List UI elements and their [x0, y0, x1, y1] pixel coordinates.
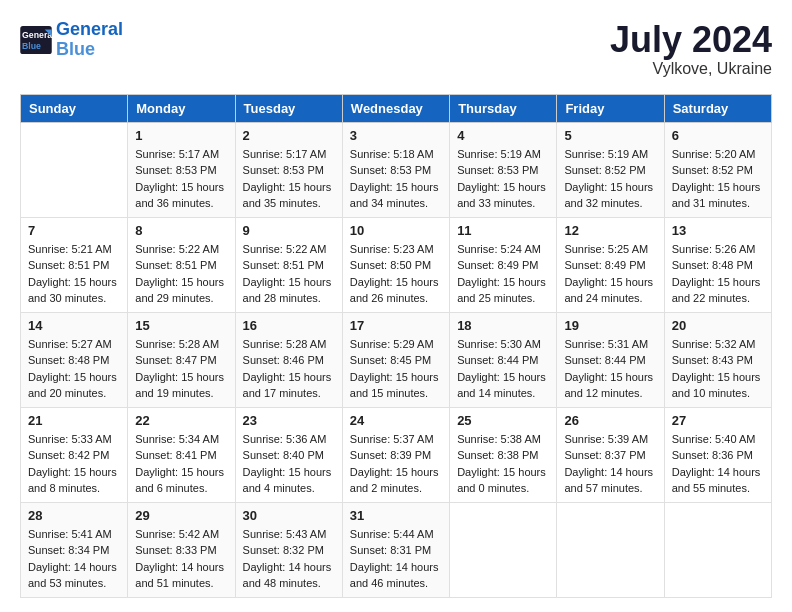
calendar-cell: 16Sunrise: 5:28 AMSunset: 8:46 PMDayligh… [235, 312, 342, 407]
day-info: Sunrise: 5:17 AMSunset: 8:53 PMDaylight:… [243, 146, 335, 212]
page-header: General Blue GeneralBlue July 2024 Vylko… [20, 20, 772, 78]
day-info: Sunrise: 5:23 AMSunset: 8:50 PMDaylight:… [350, 241, 442, 307]
day-number: 7 [28, 223, 120, 238]
day-number: 12 [564, 223, 656, 238]
calendar-cell: 14Sunrise: 5:27 AMSunset: 8:48 PMDayligh… [21, 312, 128, 407]
day-info: Sunrise: 5:36 AMSunset: 8:40 PMDaylight:… [243, 431, 335, 497]
calendar-cell: 18Sunrise: 5:30 AMSunset: 8:44 PMDayligh… [450, 312, 557, 407]
header-row: SundayMondayTuesdayWednesdayThursdayFrid… [21, 94, 772, 122]
day-number: 18 [457, 318, 549, 333]
day-number: 17 [350, 318, 442, 333]
calendar-cell: 12Sunrise: 5:25 AMSunset: 8:49 PMDayligh… [557, 217, 664, 312]
day-info: Sunrise: 5:22 AMSunset: 8:51 PMDaylight:… [243, 241, 335, 307]
day-number: 20 [672, 318, 764, 333]
day-number: 25 [457, 413, 549, 428]
day-info: Sunrise: 5:34 AMSunset: 8:41 PMDaylight:… [135, 431, 227, 497]
day-info: Sunrise: 5:40 AMSunset: 8:36 PMDaylight:… [672, 431, 764, 497]
day-number: 24 [350, 413, 442, 428]
calendar-cell: 28Sunrise: 5:41 AMSunset: 8:34 PMDayligh… [21, 502, 128, 597]
logo-icon: General Blue [20, 26, 52, 54]
day-number: 6 [672, 128, 764, 143]
day-number: 13 [672, 223, 764, 238]
day-info: Sunrise: 5:29 AMSunset: 8:45 PMDaylight:… [350, 336, 442, 402]
day-info: Sunrise: 5:20 AMSunset: 8:52 PMDaylight:… [672, 146, 764, 212]
calendar-cell: 8Sunrise: 5:22 AMSunset: 8:51 PMDaylight… [128, 217, 235, 312]
calendar-cell: 3Sunrise: 5:18 AMSunset: 8:53 PMDaylight… [342, 122, 449, 217]
calendar-cell: 15Sunrise: 5:28 AMSunset: 8:47 PMDayligh… [128, 312, 235, 407]
calendar-week-row: 14Sunrise: 5:27 AMSunset: 8:48 PMDayligh… [21, 312, 772, 407]
day-info: Sunrise: 5:18 AMSunset: 8:53 PMDaylight:… [350, 146, 442, 212]
day-number: 1 [135, 128, 227, 143]
calendar-cell: 27Sunrise: 5:40 AMSunset: 8:36 PMDayligh… [664, 407, 771, 502]
weekday-header: Friday [557, 94, 664, 122]
day-info: Sunrise: 5:39 AMSunset: 8:37 PMDaylight:… [564, 431, 656, 497]
calendar-cell: 24Sunrise: 5:37 AMSunset: 8:39 PMDayligh… [342, 407, 449, 502]
weekday-header: Wednesday [342, 94, 449, 122]
day-number: 8 [135, 223, 227, 238]
day-info: Sunrise: 5:44 AMSunset: 8:31 PMDaylight:… [350, 526, 442, 592]
calendar-cell: 20Sunrise: 5:32 AMSunset: 8:43 PMDayligh… [664, 312, 771, 407]
calendar-cell [557, 502, 664, 597]
day-info: Sunrise: 5:41 AMSunset: 8:34 PMDaylight:… [28, 526, 120, 592]
calendar-cell: 19Sunrise: 5:31 AMSunset: 8:44 PMDayligh… [557, 312, 664, 407]
calendar-cell: 30Sunrise: 5:43 AMSunset: 8:32 PMDayligh… [235, 502, 342, 597]
day-number: 5 [564, 128, 656, 143]
calendar-cell: 4Sunrise: 5:19 AMSunset: 8:53 PMDaylight… [450, 122, 557, 217]
calendar-cell: 29Sunrise: 5:42 AMSunset: 8:33 PMDayligh… [128, 502, 235, 597]
calendar-cell: 26Sunrise: 5:39 AMSunset: 8:37 PMDayligh… [557, 407, 664, 502]
calendar-week-row: 7Sunrise: 5:21 AMSunset: 8:51 PMDaylight… [21, 217, 772, 312]
title-block: July 2024 Vylkove, Ukraine [610, 20, 772, 78]
weekday-header: Tuesday [235, 94, 342, 122]
logo: General Blue GeneralBlue [20, 20, 123, 60]
day-number: 29 [135, 508, 227, 523]
day-info: Sunrise: 5:31 AMSunset: 8:44 PMDaylight:… [564, 336, 656, 402]
calendar-cell [450, 502, 557, 597]
day-number: 2 [243, 128, 335, 143]
calendar-cell: 22Sunrise: 5:34 AMSunset: 8:41 PMDayligh… [128, 407, 235, 502]
calendar-table: SundayMondayTuesdayWednesdayThursdayFrid… [20, 94, 772, 598]
day-number: 3 [350, 128, 442, 143]
day-number: 14 [28, 318, 120, 333]
day-number: 10 [350, 223, 442, 238]
day-info: Sunrise: 5:17 AMSunset: 8:53 PMDaylight:… [135, 146, 227, 212]
calendar-cell: 21Sunrise: 5:33 AMSunset: 8:42 PMDayligh… [21, 407, 128, 502]
day-info: Sunrise: 5:42 AMSunset: 8:33 PMDaylight:… [135, 526, 227, 592]
day-number: 26 [564, 413, 656, 428]
day-info: Sunrise: 5:19 AMSunset: 8:53 PMDaylight:… [457, 146, 549, 212]
calendar-cell: 5Sunrise: 5:19 AMSunset: 8:52 PMDaylight… [557, 122, 664, 217]
location: Vylkove, Ukraine [610, 60, 772, 78]
day-info: Sunrise: 5:28 AMSunset: 8:47 PMDaylight:… [135, 336, 227, 402]
calendar-week-row: 28Sunrise: 5:41 AMSunset: 8:34 PMDayligh… [21, 502, 772, 597]
day-info: Sunrise: 5:28 AMSunset: 8:46 PMDaylight:… [243, 336, 335, 402]
day-number: 28 [28, 508, 120, 523]
day-info: Sunrise: 5:43 AMSunset: 8:32 PMDaylight:… [243, 526, 335, 592]
day-number: 27 [672, 413, 764, 428]
calendar-cell: 23Sunrise: 5:36 AMSunset: 8:40 PMDayligh… [235, 407, 342, 502]
svg-text:Blue: Blue [22, 41, 41, 51]
day-info: Sunrise: 5:27 AMSunset: 8:48 PMDaylight:… [28, 336, 120, 402]
day-info: Sunrise: 5:19 AMSunset: 8:52 PMDaylight:… [564, 146, 656, 212]
day-number: 30 [243, 508, 335, 523]
day-number: 11 [457, 223, 549, 238]
weekday-header: Thursday [450, 94, 557, 122]
day-info: Sunrise: 5:32 AMSunset: 8:43 PMDaylight:… [672, 336, 764, 402]
day-number: 4 [457, 128, 549, 143]
day-info: Sunrise: 5:38 AMSunset: 8:38 PMDaylight:… [457, 431, 549, 497]
day-number: 15 [135, 318, 227, 333]
calendar-cell [21, 122, 128, 217]
day-info: Sunrise: 5:26 AMSunset: 8:48 PMDaylight:… [672, 241, 764, 307]
calendar-cell: 6Sunrise: 5:20 AMSunset: 8:52 PMDaylight… [664, 122, 771, 217]
day-info: Sunrise: 5:25 AMSunset: 8:49 PMDaylight:… [564, 241, 656, 307]
calendar-cell: 31Sunrise: 5:44 AMSunset: 8:31 PMDayligh… [342, 502, 449, 597]
weekday-header: Sunday [21, 94, 128, 122]
calendar-cell: 9Sunrise: 5:22 AMSunset: 8:51 PMDaylight… [235, 217, 342, 312]
calendar-cell: 25Sunrise: 5:38 AMSunset: 8:38 PMDayligh… [450, 407, 557, 502]
calendar-cell [664, 502, 771, 597]
calendar-week-row: 1Sunrise: 5:17 AMSunset: 8:53 PMDaylight… [21, 122, 772, 217]
day-info: Sunrise: 5:30 AMSunset: 8:44 PMDaylight:… [457, 336, 549, 402]
day-info: Sunrise: 5:21 AMSunset: 8:51 PMDaylight:… [28, 241, 120, 307]
calendar-cell: 11Sunrise: 5:24 AMSunset: 8:49 PMDayligh… [450, 217, 557, 312]
day-number: 31 [350, 508, 442, 523]
logo-text: GeneralBlue [56, 20, 123, 60]
day-number: 21 [28, 413, 120, 428]
